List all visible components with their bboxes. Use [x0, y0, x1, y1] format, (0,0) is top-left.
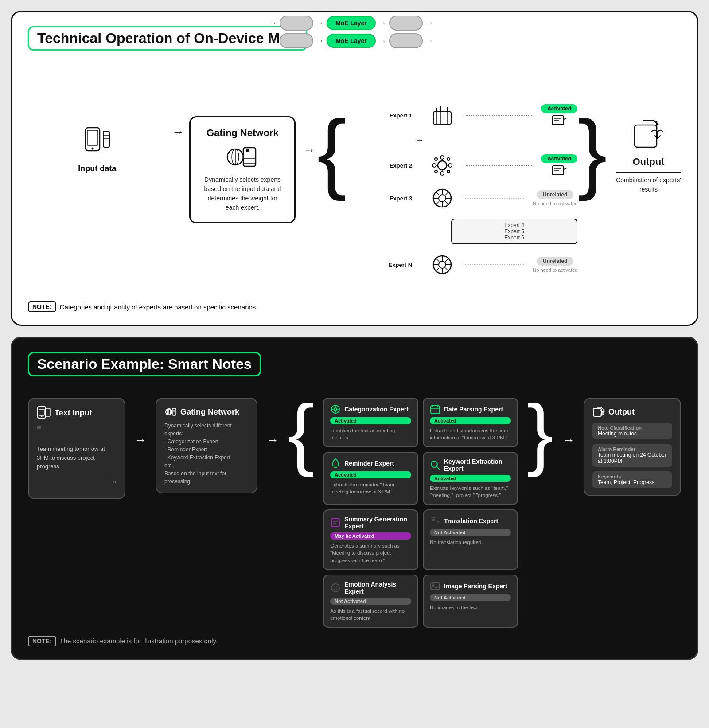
- bottom-note-text: The scenario example is for illustration…: [60, 637, 218, 645]
- expert-card-7: Image Parsing Expert Not Activated No im…: [423, 575, 518, 628]
- output-icon: [631, 116, 666, 152]
- brace-to-output-arrow: →: [562, 398, 575, 447]
- alarm-value: Team meeting on 24 October at 3:00PM: [598, 452, 667, 464]
- experts-area: Expert 1: [382, 63, 577, 277]
- svg-point-33: [448, 164, 452, 167]
- expert-card-5-desc: No translation required.: [430, 539, 511, 546]
- summary-expert-icon: [330, 517, 341, 528]
- svg-text:文: 文: [436, 520, 440, 525]
- expert-1-label: Expert 1: [382, 112, 412, 119]
- moe-pill-1: MoE Layer: [327, 16, 376, 30]
- svg-point-37: [447, 170, 450, 173]
- svg-line-52: [436, 192, 439, 195]
- left-brace-dark: {: [288, 393, 314, 473]
- experts-grid: Categorization Expert Activated Identifi…: [323, 398, 518, 628]
- output-label: Output: [632, 156, 664, 168]
- svg-point-73: [41, 416, 43, 417]
- svg-point-29: [438, 161, 447, 170]
- translation-expert-icon: 文: [430, 516, 440, 526]
- note-label: NOTE:: [28, 301, 56, 312]
- bottom-note-label: NOTE:: [28, 636, 56, 646]
- expert-3-status: Unrelated: [537, 190, 573, 199]
- expert-6-label: Expert 6: [458, 235, 570, 241]
- gating-icon: [226, 143, 258, 171]
- gating-wrapper: Gating Network Dynamically selects exper…: [189, 63, 296, 223]
- emotion-expert-icon: [330, 583, 341, 593]
- svg-point-31: [440, 172, 444, 175]
- text-input-icon: [37, 406, 51, 420]
- note-class-value: Meeting minutes: [598, 431, 667, 437]
- expert-card-6-desc: As this is a factual record with no emot…: [330, 607, 411, 622]
- bottom-note-bar: NOTE: The scenario example is for illust…: [28, 636, 681, 646]
- expert-card-5-title: Translation Expert: [444, 517, 498, 524]
- expert-3-label: Expert 3: [382, 195, 412, 202]
- output-section: Output Combination of experts' results: [616, 63, 681, 194]
- svg-line-65: [436, 268, 439, 271]
- reminder-expert-icon: [330, 458, 341, 469]
- top-diagram: Input data → Gating Network: [28, 63, 681, 294]
- svg-rect-74: [46, 408, 50, 416]
- moe-row-2: → → MoE Layer → →: [269, 33, 433, 48]
- top-note-text: Categories and quantity of experts are b…: [60, 303, 258, 311]
- gating-to-brace-arrow: →: [266, 398, 279, 447]
- moe-pill-2: MoE Layer: [327, 34, 376, 48]
- expert-row-2: Expert 2: [382, 153, 577, 178]
- output-dark-title: Output: [608, 407, 635, 417]
- svg-line-55: [436, 201, 439, 205]
- svg-point-101: [336, 586, 338, 587]
- svg-rect-66: [635, 125, 657, 147]
- svg-line-63: [445, 268, 449, 271]
- svg-point-93: [431, 461, 437, 467]
- input-arrow: →: [166, 63, 189, 139]
- close-quote: ": [37, 479, 117, 491]
- gray-pill-1: [280, 16, 313, 31]
- svg-rect-95: [331, 519, 339, 527]
- gray-pill-4: [389, 33, 423, 48]
- expert-n-label: Expert N: [382, 262, 412, 268]
- gating-arrow: →: [296, 63, 317, 157]
- expert-3-status-area: Unrelated No need to activated: [533, 190, 577, 206]
- gating-dark-desc: Dynamically selects different experts:· …: [164, 422, 249, 485]
- svg-line-54: [445, 192, 449, 195]
- expert-card-5-header: 文 Translation Expert: [430, 516, 511, 526]
- expert-card-4-desc: Generates a summary such as "Meeting to …: [330, 542, 411, 564]
- expert-card-2-title: Reminder Expert: [344, 460, 394, 467]
- output-alarm-reminder: Alarm Reminder Team meeting on 24 Octobe…: [592, 444, 672, 467]
- input-label: Input data: [78, 164, 116, 173]
- svg-line-94: [436, 466, 440, 470]
- arrow-2: →: [316, 19, 324, 28]
- expert-card-0-header: Categorization Expert: [330, 404, 411, 415]
- svg-rect-15: [433, 112, 451, 124]
- expert-n-note: No need to activated: [533, 267, 577, 273]
- expert-1-status: Activated: [541, 104, 577, 113]
- expert-card-1-desc: Extracts and standardizes the time infor…: [430, 427, 511, 441]
- gray-pill-3: [280, 33, 313, 48]
- expert-card-5: 文 Translation Expert Not Activated No tr…: [423, 509, 518, 570]
- svg-point-57: [439, 261, 446, 268]
- expert-card-3: Keyword Extraction Expert Activated Extr…: [423, 452, 518, 505]
- expert-card-2-header: Reminder Expert: [330, 458, 411, 469]
- gating-dark-title: Gating Network: [180, 407, 239, 417]
- expert-card-1-badge: Activated: [430, 417, 511, 424]
- expert-card-0: Categorization Expert Activated Identifi…: [323, 398, 418, 447]
- dotted-n: [464, 264, 524, 265]
- svg-point-99: [331, 584, 339, 592]
- svg-point-82: [334, 408, 337, 411]
- expert-card-4-header: Summary Generation Expert: [330, 516, 411, 530]
- expert-card-2: Reminder Expert Activated Extracts the r…: [323, 452, 418, 505]
- moe-row-1: → → MoE Layer → →: [269, 16, 433, 31]
- expert-n-status-area: Unrelated No need to activated: [533, 257, 577, 273]
- svg-point-47: [439, 195, 446, 202]
- down-arrow-1: →: [416, 136, 577, 145]
- expert-2-status-area: Activated: [541, 154, 577, 176]
- right-brace: }: [577, 98, 607, 196]
- extra-experts-box: Expert 4 Expert 5 Expert 6: [451, 219, 577, 244]
- extra-experts-wrapper: Expert 4 Expert 5 Expert 6: [416, 219, 577, 244]
- svg-rect-72: [39, 409, 44, 415]
- top-panel: Technical Operation of On-Device MoE → →…: [11, 11, 698, 326]
- svg-point-92: [335, 458, 336, 460]
- expert-card-4-title: Summary Generation Expert: [344, 516, 411, 530]
- gating-dark-title-row: Gating Network: [164, 406, 249, 418]
- bottom-panel-title: Scenario Example: Smart Notes: [28, 352, 261, 376]
- arrow-3: →: [378, 19, 386, 28]
